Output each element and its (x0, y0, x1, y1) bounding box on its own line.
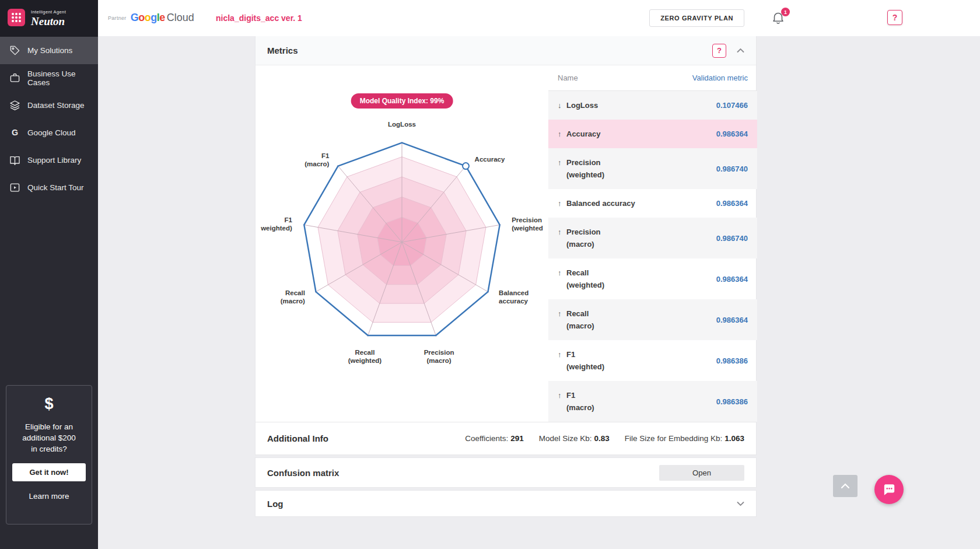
metric-row[interactable]: ↑F1(macro)0.986386 (548, 381, 757, 422)
svg-text:G: G (11, 128, 18, 137)
metrics-table-header: Name Validation metric (548, 65, 757, 91)
metric-name-qualifier: (macro) (566, 401, 594, 414)
metric-name: ↑Recall(macro) (566, 307, 594, 332)
arrow-up-icon: ↑ (558, 197, 562, 209)
zero-gravity-plan-button[interactable]: ZERO GRAVITY PLAN (649, 9, 744, 27)
metric-name: ↑Precision(macro) (566, 226, 601, 250)
metric-row[interactable]: ↑Recall(macro)0.986364 (548, 299, 757, 340)
scroll-to-top-button[interactable] (833, 475, 858, 497)
sidebar-item-my-solutions[interactable]: My Solutions (0, 37, 98, 64)
metric-name: ↓LogLoss (566, 99, 598, 111)
radar-axis-label: Accuracy (475, 156, 505, 163)
metric-name: ↑Recall(weighted) (566, 267, 604, 291)
notification-badge: 1 (781, 8, 790, 16)
sidebar: Intelligent Agent Neuton My SolutionsBus… (0, 0, 98, 549)
metric-row[interactable]: ↑Precision(macro)0.986740 (548, 218, 757, 258)
brand[interactable]: Intelligent Agent Neuton (0, 0, 98, 37)
metric-name-qualifier: (weighted) (566, 169, 604, 181)
sidebar-nav: My SolutionsBusiness Use CasesDataset St… (0, 37, 98, 201)
metrics-table: Name Validation metric ↓LogLoss0.107466↑… (548, 65, 757, 422)
app-window: Intelligent Agent Neuton My SolutionsBus… (0, 0, 980, 549)
cloud-label: Cloud (167, 12, 194, 24)
metric-row[interactable]: ↑Balanced accuracy0.986364 (548, 189, 757, 218)
sidebar-item-label: Support Library (27, 156, 81, 165)
chat-button[interactable] (874, 475, 904, 504)
metric-name: ↑Accuracy (566, 128, 601, 140)
sidebar-item-label: My Solutions (27, 46, 72, 55)
help-button[interactable]: ? (887, 10, 902, 25)
additional-info-item: Coefficients:291 (465, 434, 524, 443)
radar-chart-area: Model Quality Index: 99% LogLossAccuracy… (256, 65, 548, 422)
log-card: Log (255, 490, 757, 517)
metrics-help-button[interactable]: ? (712, 44, 726, 58)
book-icon (9, 155, 20, 166)
sidebar-item-label: Quick Start Tour (27, 183, 84, 192)
arrow-up-icon: ↑ (558, 348, 562, 361)
confusion-matrix-card: Confusion matrix Open (255, 457, 757, 488)
radar-axis-label: LogLoss (388, 121, 416, 128)
metric-row[interactable]: ↑Accuracy0.986364 (548, 120, 757, 148)
validation-metric-column-header[interactable]: Validation metric (692, 74, 748, 82)
partner-label: Partner (108, 15, 127, 21)
notification-bell-icon[interactable]: 1 (771, 11, 786, 27)
radar-axis-label: F1 (321, 152, 330, 159)
promo-text: Eligible for anadditional $200in credits… (11, 421, 87, 454)
log-chevron-down-icon[interactable] (737, 501, 744, 506)
radar-axis-label: (macro) (304, 160, 329, 167)
metric-row[interactable]: ↓LogLoss0.107466 (548, 91, 757, 120)
briefcase-icon (9, 72, 20, 84)
metric-value: 0.986364 (716, 130, 748, 138)
metric-name-qualifier: (macro) (566, 238, 601, 250)
additional-info-item: Model Size Kb:0.83 (539, 434, 610, 443)
collapse-chevron-up-icon[interactable] (737, 48, 744, 53)
radar-axis-label: accuracy (499, 298, 528, 305)
arrow-up-icon: ↑ (558, 307, 562, 320)
metric-row[interactable]: ↑F1(weighted)0.986386 (548, 340, 757, 381)
chevron-up-icon (841, 483, 850, 489)
metric-name-qualifier: (weighted) (566, 279, 604, 291)
open-confusion-matrix-button[interactable]: Open (659, 465, 744, 481)
metric-value: 0.986386 (716, 397, 748, 406)
top-header: Partner Google Cloud nicla_digits_acc ve… (98, 0, 980, 36)
learn-more-link[interactable]: Learn more (11, 492, 87, 501)
additional-info-items: Coefficients:291Model Size Kb:0.83File S… (465, 434, 744, 443)
arrow-up-icon: ↑ (558, 128, 562, 140)
sidebar-item-google-cloud[interactable]: GGoogle Cloud (0, 119, 98, 146)
confusion-matrix-title: Confusion matrix (267, 468, 339, 478)
brand-subtitle: Intelligent Agent (31, 10, 66, 15)
google-cloud-logo: Google (131, 12, 165, 24)
metrics-card: Metrics ? Model Quality Index: 99% LogLo… (255, 36, 757, 455)
sidebar-item-business-use-cases[interactable]: Business Use Cases (0, 64, 98, 92)
brand-name: Neuton (31, 16, 66, 27)
sidebar-item-quick-start-tour[interactable]: Quick Start Tour (0, 174, 98, 201)
layers-icon (9, 100, 20, 111)
metric-row[interactable]: ↑Recall(weighted)0.986364 (548, 258, 757, 299)
promo-line: in credits? (11, 443, 87, 454)
google-icon: G (9, 127, 20, 139)
arrow-down-icon: ↓ (558, 99, 562, 111)
additional-info-title: Additional Info (267, 433, 328, 443)
arrow-up-icon: ↑ (558, 156, 562, 169)
arrow-up-icon: ↑ (558, 389, 562, 401)
metric-value: 0.986364 (716, 199, 748, 208)
neuton-logo-icon (7, 8, 26, 29)
get-it-now-button[interactable]: Get it now! (12, 463, 86, 481)
additional-info-item: File Size for Embedding Kb:1.063 (625, 434, 744, 443)
metric-name: ↑Precision(weighted) (566, 156, 604, 181)
radar-axis-label: Recall (355, 349, 374, 356)
metric-row[interactable]: ↑Precision(weighted)0.986740 (548, 148, 757, 189)
partner-block: Partner Google Cloud (108, 12, 194, 24)
radar-axis-label: weighted) (260, 225, 292, 232)
sidebar-item-dataset-storage[interactable]: Dataset Storage (0, 92, 98, 119)
radar-axis-label: Balanced (499, 289, 528, 296)
dollar-icon: $ (11, 395, 87, 413)
main-content: Metrics ? Model Quality Index: 99% LogLo… (98, 36, 980, 549)
sidebar-item-label: Business Use Cases (27, 69, 89, 87)
sidebar-item-support-library[interactable]: Support Library (0, 146, 98, 174)
credits-promo: $ Eligible for anadditional $200in credi… (6, 385, 92, 524)
chat-bubble-icon (881, 482, 897, 497)
metric-name-qualifier: (weighted) (566, 361, 604, 373)
metric-value: 0.986364 (716, 275, 748, 284)
metrics-table-rows: ↓LogLoss0.107466↑Accuracy0.986364↑Precis… (548, 91, 757, 422)
radar-axis-label: Precision (424, 349, 454, 356)
